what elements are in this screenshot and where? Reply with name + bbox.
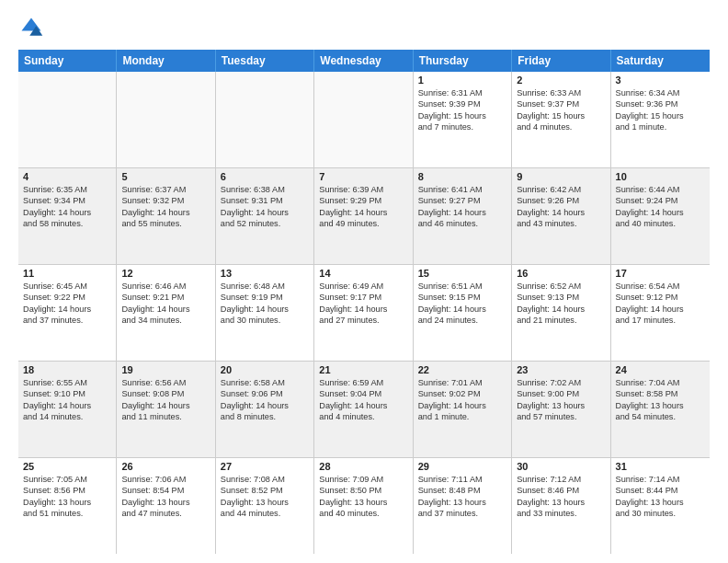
cell-line: Sunrise: 7:05 AM (23, 474, 111, 485)
cell-line: Sunrise: 6:42 AM (517, 184, 605, 195)
day-header-tuesday: Tuesday (216, 50, 314, 72)
cell-line: and 47 minutes. (121, 508, 210, 519)
cell-line: Daylight: 13 hours (418, 497, 506, 508)
cell-line: Sunset: 9:21 PM (121, 292, 210, 303)
cell-line: Sunrise: 6:44 AM (616, 184, 705, 195)
cell-line: Daylight: 13 hours (517, 400, 605, 411)
cell-line: Sunrise: 6:59 AM (319, 377, 407, 388)
day-number: 15 (418, 268, 506, 279)
cell-line: Sunset: 9:12 PM (616, 292, 705, 303)
cell-line: Daylight: 14 hours (221, 304, 309, 315)
day-number: 16 (517, 268, 605, 279)
day-number: 28 (319, 461, 407, 472)
cell-line: Sunrise: 6:33 AM (517, 87, 605, 98)
cal-cell-empty-2 (216, 72, 314, 167)
day-number: 17 (616, 268, 705, 279)
day-number: 12 (121, 268, 210, 279)
day-header-sunday: Sunday (18, 50, 117, 72)
cell-line: Sunrise: 7:01 AM (418, 377, 506, 388)
cell-line: and 11 minutes. (121, 411, 210, 422)
cal-cell-empty-0 (18, 72, 117, 167)
cell-line: Sunrise: 6:34 AM (616, 87, 705, 98)
cell-line: Daylight: 13 hours (517, 497, 605, 508)
cal-cell-28: 28Sunrise: 7:09 AMSunset: 8:50 PMDayligh… (314, 458, 413, 554)
cell-line: and 33 minutes. (517, 508, 605, 519)
cell-line: Daylight: 13 hours (23, 497, 111, 508)
cell-line: Sunset: 8:58 PM (616, 388, 705, 399)
cell-line: and 49 minutes. (319, 218, 407, 229)
cell-line: Daylight: 14 hours (221, 400, 309, 411)
cell-line: Sunrise: 7:14 AM (616, 474, 705, 485)
cal-cell-25: 25Sunrise: 7:05 AMSunset: 8:56 PMDayligh… (18, 458, 117, 554)
cal-cell-23: 23Sunrise: 7:02 AMSunset: 9:00 PMDayligh… (512, 362, 610, 457)
cell-line: and 37 minutes. (23, 315, 111, 326)
day-number: 27 (221, 461, 309, 472)
cell-line: Sunset: 9:13 PM (517, 292, 605, 303)
cell-line: and 58 minutes. (23, 218, 111, 229)
cell-line: Daylight: 14 hours (319, 207, 407, 218)
cell-line: and 4 minutes. (319, 411, 407, 422)
cell-line: and 30 minutes. (221, 315, 309, 326)
cell-line: Sunset: 9:34 PM (23, 195, 111, 206)
cal-cell-30: 30Sunrise: 7:12 AMSunset: 8:46 PMDayligh… (512, 458, 610, 554)
cell-line: Daylight: 15 hours (616, 110, 705, 121)
day-header-monday: Monday (117, 50, 215, 72)
cal-cell-empty-3 (314, 72, 413, 167)
cell-line: and 44 minutes. (221, 508, 309, 519)
day-number: 4 (23, 171, 111, 182)
cell-line: and 40 minutes. (616, 218, 705, 229)
day-header-friday: Friday (512, 50, 610, 72)
cell-line: Sunset: 9:02 PM (418, 388, 506, 399)
cell-line: Daylight: 14 hours (319, 304, 407, 315)
cell-line: and 54 minutes. (616, 411, 705, 422)
cal-cell-7: 7Sunrise: 6:39 AMSunset: 9:29 PMDaylight… (314, 168, 413, 264)
cell-line: Daylight: 14 hours (121, 207, 210, 218)
cell-line: Sunrise: 6:52 AM (517, 281, 605, 292)
cal-cell-8: 8Sunrise: 6:41 AMSunset: 9:27 PMDaylight… (414, 168, 512, 264)
cell-line: Sunrise: 7:11 AM (418, 474, 506, 485)
day-number: 10 (616, 171, 705, 182)
cell-line: Sunset: 9:31 PM (221, 195, 309, 206)
day-number: 8 (418, 171, 506, 182)
day-number: 22 (418, 364, 506, 375)
cell-line: Daylight: 13 hours (121, 497, 210, 508)
cell-line: Daylight: 14 hours (221, 207, 309, 218)
week-row-3: 11Sunrise: 6:45 AMSunset: 9:22 PMDayligh… (18, 265, 710, 362)
cell-line: Daylight: 14 hours (616, 207, 705, 218)
cell-line: and 14 minutes. (23, 411, 111, 422)
cal-cell-19: 19Sunrise: 6:56 AMSunset: 9:08 PMDayligh… (117, 362, 215, 457)
cell-line: Sunset: 9:06 PM (221, 388, 309, 399)
cell-line: Sunrise: 7:08 AM (221, 474, 309, 485)
day-number: 26 (121, 461, 210, 472)
cell-line: and 27 minutes. (319, 315, 407, 326)
day-number: 6 (221, 171, 309, 182)
day-number: 5 (121, 171, 210, 182)
day-number: 9 (517, 171, 605, 182)
cal-cell-6: 6Sunrise: 6:38 AMSunset: 9:31 PMDaylight… (216, 168, 314, 264)
cal-cell-14: 14Sunrise: 6:49 AMSunset: 9:17 PMDayligh… (314, 265, 413, 361)
day-number: 29 (418, 461, 506, 472)
cell-line: and 55 minutes. (121, 218, 210, 229)
cell-line: Daylight: 14 hours (23, 304, 111, 315)
cell-line: Daylight: 13 hours (616, 497, 705, 508)
day-number: 1 (418, 75, 506, 86)
cell-line: Sunset: 9:04 PM (319, 388, 407, 399)
calendar: SundayMondayTuesdayWednesdayThursdayFrid… (18, 50, 710, 554)
cell-line: Daylight: 15 hours (418, 110, 506, 121)
cell-line: and 43 minutes. (517, 218, 605, 229)
cal-cell-18: 18Sunrise: 6:55 AMSunset: 9:10 PMDayligh… (18, 362, 117, 457)
cell-line: Daylight: 14 hours (319, 400, 407, 411)
cell-line: Sunset: 9:15 PM (418, 292, 506, 303)
cell-line: and 4 minutes. (517, 121, 605, 132)
cal-cell-1: 1Sunrise: 6:31 AMSunset: 9:39 PMDaylight… (414, 72, 512, 167)
cell-line: Sunrise: 6:55 AM (23, 377, 111, 388)
cell-line: Sunset: 9:22 PM (23, 292, 111, 303)
cal-cell-31: 31Sunrise: 7:14 AMSunset: 8:44 PMDayligh… (611, 458, 710, 554)
day-number: 14 (319, 268, 407, 279)
day-number: 7 (319, 171, 407, 182)
day-number: 20 (221, 364, 309, 375)
cell-line: Daylight: 14 hours (121, 304, 210, 315)
week-row-1: 1Sunrise: 6:31 AMSunset: 9:39 PMDaylight… (18, 72, 710, 168)
cell-line: Sunrise: 6:49 AM (319, 281, 407, 292)
day-number: 30 (517, 461, 605, 472)
